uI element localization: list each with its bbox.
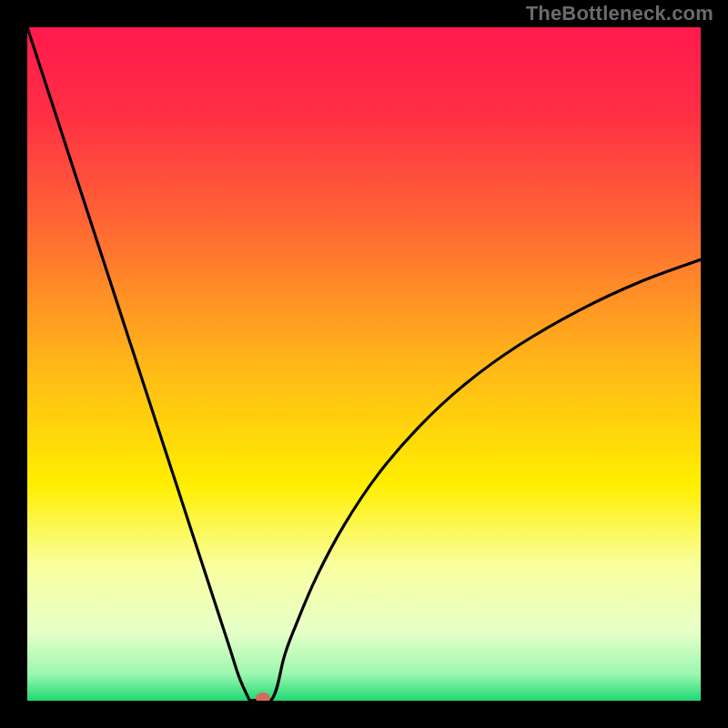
watermark-text: TheBottleneck.com — [526, 2, 713, 25]
plot-area — [27, 27, 701, 701]
chart-frame: TheBottleneck.com — [0, 0, 728, 728]
bottleneck-chart — [27, 27, 701, 701]
gradient-background — [27, 27, 701, 701]
